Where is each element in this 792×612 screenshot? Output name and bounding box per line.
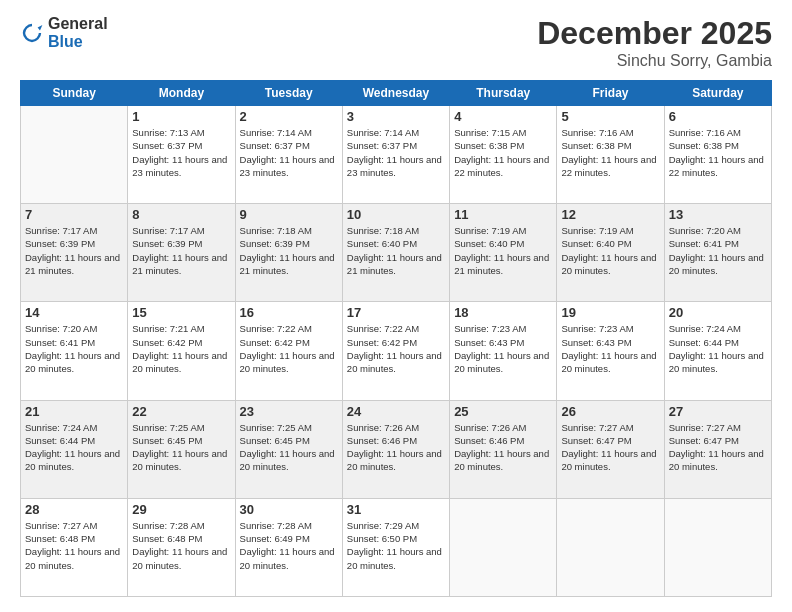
- cell-info: Sunrise: 7:27 AM Sunset: 6:48 PM Dayligh…: [25, 519, 123, 572]
- cell-info: Sunrise: 7:19 AM Sunset: 6:40 PM Dayligh…: [561, 224, 659, 277]
- day-number: 14: [25, 305, 123, 320]
- day-number: 10: [347, 207, 445, 222]
- table-row: 18Sunrise: 7:23 AM Sunset: 6:43 PM Dayli…: [450, 302, 557, 400]
- logo-blue: Blue: [48, 33, 83, 50]
- cell-info: Sunrise: 7:20 AM Sunset: 6:41 PM Dayligh…: [25, 322, 123, 375]
- day-number: 25: [454, 404, 552, 419]
- month-title: December 2025: [537, 15, 772, 52]
- day-number: 20: [669, 305, 767, 320]
- day-number: 27: [669, 404, 767, 419]
- cell-info: Sunrise: 7:25 AM Sunset: 6:45 PM Dayligh…: [132, 421, 230, 474]
- day-number: 21: [25, 404, 123, 419]
- table-row: 19Sunrise: 7:23 AM Sunset: 6:43 PM Dayli…: [557, 302, 664, 400]
- cell-info: Sunrise: 7:28 AM Sunset: 6:48 PM Dayligh…: [132, 519, 230, 572]
- day-number: 28: [25, 502, 123, 517]
- logo: General Blue: [20, 15, 108, 50]
- calendar-header-row: Sunday Monday Tuesday Wednesday Thursday…: [21, 81, 772, 106]
- day-number: 13: [669, 207, 767, 222]
- table-row: 23Sunrise: 7:25 AM Sunset: 6:45 PM Dayli…: [235, 400, 342, 498]
- cell-info: Sunrise: 7:27 AM Sunset: 6:47 PM Dayligh…: [561, 421, 659, 474]
- table-row: [557, 498, 664, 596]
- table-row: 3Sunrise: 7:14 AM Sunset: 6:37 PM Daylig…: [342, 106, 449, 204]
- table-row: 30Sunrise: 7:28 AM Sunset: 6:49 PM Dayli…: [235, 498, 342, 596]
- day-number: 22: [132, 404, 230, 419]
- cell-info: Sunrise: 7:27 AM Sunset: 6:47 PM Dayligh…: [669, 421, 767, 474]
- col-tuesday: Tuesday: [235, 81, 342, 106]
- cell-info: Sunrise: 7:28 AM Sunset: 6:49 PM Dayligh…: [240, 519, 338, 572]
- day-number: 30: [240, 502, 338, 517]
- cell-info: Sunrise: 7:24 AM Sunset: 6:44 PM Dayligh…: [25, 421, 123, 474]
- col-saturday: Saturday: [664, 81, 771, 106]
- table-row: 21Sunrise: 7:24 AM Sunset: 6:44 PM Dayli…: [21, 400, 128, 498]
- table-row: [664, 498, 771, 596]
- col-monday: Monday: [128, 81, 235, 106]
- cell-info: Sunrise: 7:15 AM Sunset: 6:38 PM Dayligh…: [454, 126, 552, 179]
- table-row: 27Sunrise: 7:27 AM Sunset: 6:47 PM Dayli…: [664, 400, 771, 498]
- day-number: 16: [240, 305, 338, 320]
- day-number: 31: [347, 502, 445, 517]
- logo-icon: [20, 21, 44, 45]
- table-row: 31Sunrise: 7:29 AM Sunset: 6:50 PM Dayli…: [342, 498, 449, 596]
- table-row: 26Sunrise: 7:27 AM Sunset: 6:47 PM Dayli…: [557, 400, 664, 498]
- cell-info: Sunrise: 7:21 AM Sunset: 6:42 PM Dayligh…: [132, 322, 230, 375]
- col-wednesday: Wednesday: [342, 81, 449, 106]
- calendar-week-row: 28Sunrise: 7:27 AM Sunset: 6:48 PM Dayli…: [21, 498, 772, 596]
- table-row: 17Sunrise: 7:22 AM Sunset: 6:42 PM Dayli…: [342, 302, 449, 400]
- cell-info: Sunrise: 7:26 AM Sunset: 6:46 PM Dayligh…: [454, 421, 552, 474]
- table-row: 12Sunrise: 7:19 AM Sunset: 6:40 PM Dayli…: [557, 204, 664, 302]
- day-number: 6: [669, 109, 767, 124]
- calendar-week-row: 1Sunrise: 7:13 AM Sunset: 6:37 PM Daylig…: [21, 106, 772, 204]
- table-row: 9Sunrise: 7:18 AM Sunset: 6:39 PM Daylig…: [235, 204, 342, 302]
- day-number: 8: [132, 207, 230, 222]
- logo-text: General Blue: [48, 15, 108, 50]
- header: General Blue December 2025 Sinchu Sorry,…: [20, 15, 772, 70]
- table-row: 24Sunrise: 7:26 AM Sunset: 6:46 PM Dayli…: [342, 400, 449, 498]
- day-number: 4: [454, 109, 552, 124]
- cell-info: Sunrise: 7:16 AM Sunset: 6:38 PM Dayligh…: [561, 126, 659, 179]
- logo-general: General: [48, 15, 108, 32]
- cell-info: Sunrise: 7:29 AM Sunset: 6:50 PM Dayligh…: [347, 519, 445, 572]
- table-row: 25Sunrise: 7:26 AM Sunset: 6:46 PM Dayli…: [450, 400, 557, 498]
- table-row: [450, 498, 557, 596]
- table-row: 10Sunrise: 7:18 AM Sunset: 6:40 PM Dayli…: [342, 204, 449, 302]
- table-row: 8Sunrise: 7:17 AM Sunset: 6:39 PM Daylig…: [128, 204, 235, 302]
- calendar-week-row: 21Sunrise: 7:24 AM Sunset: 6:44 PM Dayli…: [21, 400, 772, 498]
- table-row: [21, 106, 128, 204]
- cell-info: Sunrise: 7:14 AM Sunset: 6:37 PM Dayligh…: [240, 126, 338, 179]
- cell-info: Sunrise: 7:22 AM Sunset: 6:42 PM Dayligh…: [347, 322, 445, 375]
- day-number: 18: [454, 305, 552, 320]
- day-number: 5: [561, 109, 659, 124]
- cell-info: Sunrise: 7:13 AM Sunset: 6:37 PM Dayligh…: [132, 126, 230, 179]
- cell-info: Sunrise: 7:16 AM Sunset: 6:38 PM Dayligh…: [669, 126, 767, 179]
- table-row: 13Sunrise: 7:20 AM Sunset: 6:41 PM Dayli…: [664, 204, 771, 302]
- cell-info: Sunrise: 7:26 AM Sunset: 6:46 PM Dayligh…: [347, 421, 445, 474]
- day-number: 3: [347, 109, 445, 124]
- table-row: 14Sunrise: 7:20 AM Sunset: 6:41 PM Dayli…: [21, 302, 128, 400]
- day-number: 29: [132, 502, 230, 517]
- cell-info: Sunrise: 7:24 AM Sunset: 6:44 PM Dayligh…: [669, 322, 767, 375]
- location-title: Sinchu Sorry, Gambia: [537, 52, 772, 70]
- table-row: 28Sunrise: 7:27 AM Sunset: 6:48 PM Dayli…: [21, 498, 128, 596]
- day-number: 1: [132, 109, 230, 124]
- cell-info: Sunrise: 7:17 AM Sunset: 6:39 PM Dayligh…: [25, 224, 123, 277]
- table-row: 15Sunrise: 7:21 AM Sunset: 6:42 PM Dayli…: [128, 302, 235, 400]
- col-friday: Friday: [557, 81, 664, 106]
- cell-info: Sunrise: 7:18 AM Sunset: 6:39 PM Dayligh…: [240, 224, 338, 277]
- cell-info: Sunrise: 7:14 AM Sunset: 6:37 PM Dayligh…: [347, 126, 445, 179]
- cell-info: Sunrise: 7:23 AM Sunset: 6:43 PM Dayligh…: [454, 322, 552, 375]
- calendar-week-row: 14Sunrise: 7:20 AM Sunset: 6:41 PM Dayli…: [21, 302, 772, 400]
- day-number: 7: [25, 207, 123, 222]
- table-row: 4Sunrise: 7:15 AM Sunset: 6:38 PM Daylig…: [450, 106, 557, 204]
- cell-info: Sunrise: 7:20 AM Sunset: 6:41 PM Dayligh…: [669, 224, 767, 277]
- day-number: 19: [561, 305, 659, 320]
- day-number: 17: [347, 305, 445, 320]
- day-number: 15: [132, 305, 230, 320]
- cell-info: Sunrise: 7:25 AM Sunset: 6:45 PM Dayligh…: [240, 421, 338, 474]
- table-row: 16Sunrise: 7:22 AM Sunset: 6:42 PM Dayli…: [235, 302, 342, 400]
- title-block: December 2025 Sinchu Sorry, Gambia: [537, 15, 772, 70]
- day-number: 2: [240, 109, 338, 124]
- table-row: 20Sunrise: 7:24 AM Sunset: 6:44 PM Dayli…: [664, 302, 771, 400]
- day-number: 23: [240, 404, 338, 419]
- table-row: 29Sunrise: 7:28 AM Sunset: 6:48 PM Dayli…: [128, 498, 235, 596]
- cell-info: Sunrise: 7:17 AM Sunset: 6:39 PM Dayligh…: [132, 224, 230, 277]
